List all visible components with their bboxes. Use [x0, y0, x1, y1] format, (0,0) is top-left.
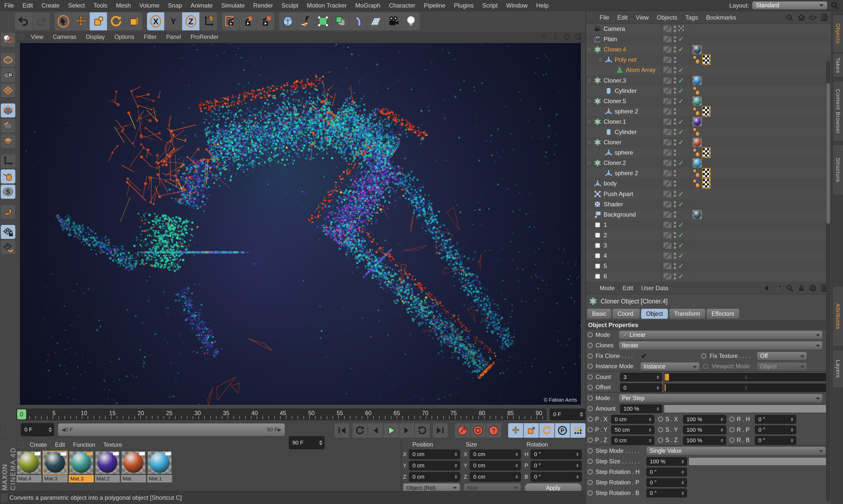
enable-state[interactable]: ✓ [677, 221, 685, 229]
layer-toggle[interactable] [663, 87, 672, 94]
tree-row-plain[interactable]: Plain✓ [586, 34, 831, 44]
menu-simulate[interactable]: Simulate [217, 2, 249, 9]
tweak-mode-button[interactable] [0, 169, 16, 184]
material-menu-create[interactable]: Create [25, 442, 51, 448]
layer-toggle[interactable] [663, 232, 672, 239]
value-field[interactable]: 0 ° [646, 468, 687, 476]
add-camera-button[interactable] [385, 12, 402, 30]
menu-pipeline[interactable]: Pipeline [420, 2, 450, 9]
make-editable-button[interactable] [0, 32, 16, 47]
move-button[interactable] [72, 12, 90, 30]
layer-toggle[interactable] [663, 170, 672, 177]
viewport-menu-panel[interactable]: Panel [161, 34, 186, 40]
z-axis-lock-button[interactable]: Z [182, 12, 200, 30]
animation-dot[interactable] [587, 375, 593, 380]
texture-tag[interactable] [692, 138, 702, 147]
enable-state[interactable] [677, 25, 685, 33]
viewport-grip[interactable] [18, 33, 24, 41]
polygons-mode-button[interactable] [0, 134, 16, 148]
material-mat-3[interactable]: Mat.3 [43, 451, 68, 482]
animation-dot[interactable] [587, 459, 593, 464]
animation-dot[interactable] [587, 427, 593, 432]
value-field[interactable]: 0 ° [755, 436, 796, 445]
expand-toggle[interactable]: − [587, 99, 592, 103]
side-tab-structure[interactable]: Structure [833, 145, 843, 195]
animation-dot[interactable] [703, 363, 708, 369]
layer-toggle[interactable] [663, 201, 672, 208]
material-thumbnail[interactable] [43, 451, 68, 474]
phong-tag[interactable] [692, 55, 701, 65]
om-menu-objects[interactable]: Objects [653, 14, 681, 21]
value-field[interactable]: 0 [620, 383, 662, 392]
material-mat-3[interactable]: Mat.3 [69, 451, 94, 482]
coordinate-field[interactable]: 0 cm [409, 461, 460, 470]
enable-state[interactable]: ✓ [677, 46, 685, 53]
play-button[interactable] [383, 423, 399, 438]
tree-row-cloner[interactable]: −Cloner✓ [586, 137, 831, 148]
expand-toggle[interactable]: − [587, 120, 592, 124]
dropdown[interactable]: Per Step [619, 394, 823, 402]
menu-window[interactable]: Window [502, 2, 532, 9]
layer-toggle[interactable] [663, 108, 672, 115]
animation-dot[interactable] [658, 437, 663, 443]
tab-effectors[interactable]: Effectors [706, 308, 739, 319]
value-field[interactable]: 100 % [620, 404, 662, 413]
slider-track[interactable] [664, 404, 827, 413]
animation-dot[interactable] [587, 396, 593, 401]
menu-snap[interactable]: Snap [164, 2, 187, 9]
model-mode-button[interactable] [0, 52, 16, 67]
layout-dropdown[interactable]: Standard [752, 1, 827, 10]
rotate-button[interactable] [107, 12, 125, 30]
animation-dot[interactable] [729, 437, 735, 443]
om-menu-bookmarks[interactable]: Bookmarks [702, 14, 740, 21]
animation-dot[interactable] [587, 363, 593, 369]
value-field[interactable]: 0 ° [646, 478, 687, 487]
record-keyframe-button[interactable] [455, 423, 470, 438]
enable-state[interactable]: ✓ [677, 231, 685, 239]
selection-tag[interactable] [702, 147, 710, 158]
expand-toggle[interactable]: − [587, 78, 592, 83]
eye-icon[interactable] [809, 14, 817, 22]
range-start-field[interactable]: 0 F [21, 423, 54, 436]
maximize-view-icon[interactable] [575, 33, 582, 41]
texture-tag[interactable] [692, 117, 702, 126]
x-axis-lock-button[interactable]: X [147, 12, 164, 30]
material-mat-4[interactable]: Mat.4 [17, 451, 41, 482]
key-scale-button[interactable] [524, 423, 539, 438]
render-settings-button[interactable] [257, 12, 275, 30]
menu-plugins[interactable]: Plugins [450, 2, 478, 9]
am-menu-mode[interactable]: Mode [596, 285, 619, 292]
texture-tag[interactable] [692, 210, 702, 219]
animation-dot[interactable] [587, 490, 593, 496]
forward-icon[interactable] [774, 284, 782, 292]
visibility-dots[interactable] [674, 263, 676, 269]
animation-dot[interactable] [587, 448, 593, 453]
menu-tools[interactable]: Tools [89, 2, 112, 9]
add-modeling-button[interactable] [332, 12, 349, 30]
expand-toggle[interactable]: − [598, 57, 603, 62]
object-manager-grip[interactable] [587, 14, 594, 21]
value-field[interactable]: 50 cm [611, 426, 654, 434]
prev-frame-button[interactable] [368, 423, 383, 438]
visibility-dots[interactable] [674, 139, 676, 146]
am-menu-user-data[interactable]: User Data [637, 285, 672, 292]
add-spline-button[interactable] [297, 12, 314, 30]
tree-row-3[interactable]: 3✓ [586, 240, 831, 251]
visibility-dots[interactable] [674, 253, 676, 259]
fix-clone-checkbox[interactable]: ✔ [641, 352, 647, 360]
coordinate-field[interactable]: 0 ° [530, 472, 582, 482]
enable-state[interactable]: ✓ [677, 190, 685, 198]
preview-range-slider[interactable]: ◀ 0 F 90 F ▶ [58, 423, 285, 436]
layer-toggle[interactable] [663, 128, 672, 136]
value-field[interactable]: 100 % [646, 457, 687, 466]
undo-button[interactable] [15, 12, 32, 30]
enable-state[interactable]: ✓ [677, 128, 685, 136]
visibility-dots[interactable] [674, 108, 676, 114]
slider-track[interactable] [664, 383, 827, 392]
last-used-tool-button[interactable] [125, 12, 142, 30]
attribute-manager-grip[interactable] [587, 284, 594, 292]
render-picture-viewer-button[interactable] [240, 12, 257, 30]
tree-row-cloner-1[interactable]: −Cloner.1✓ [586, 117, 831, 127]
layer-toggle[interactable] [663, 56, 672, 63]
points-mode-button[interactable] [0, 103, 16, 118]
